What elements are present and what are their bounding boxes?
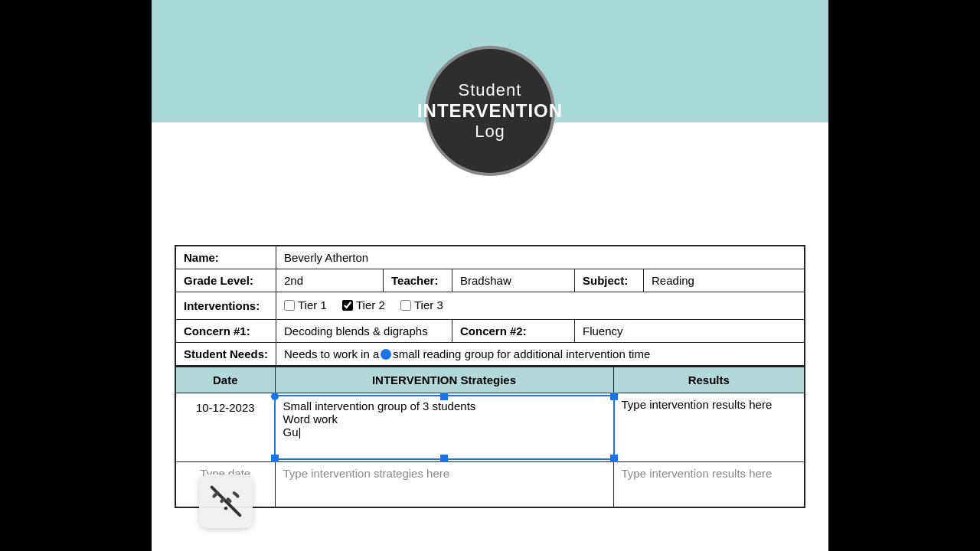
handle-tr [610, 393, 618, 400]
black-bar-left [0, 0, 152, 551]
log-row-1: 10-12-2023 Small intervention group of 3… [175, 393, 805, 461]
cursor-dot-inline [381, 349, 391, 360]
log-strategies-2[interactable]: Type intervention strategies here [275, 461, 613, 507]
no-wifi-svg [209, 484, 243, 518]
grade-teacher-row: Grade Level: 2nd Teacher: Bradshaw Subje… [175, 269, 805, 292]
col-strategies-header: INTERVENTION Strategies [275, 367, 613, 393]
grade-label: Grade Level: [175, 269, 276, 292]
log-row-2: Type date Type intervention strategies h… [175, 461, 805, 507]
log-table: Date INTERVENTION Strategies Results 10-… [175, 366, 805, 509]
tier1-checkbox-label[interactable]: Tier 1 [284, 298, 327, 311]
needs-value: Needs to work in asmall reading group fo… [276, 342, 805, 366]
black-bar-right [828, 0, 980, 551]
logo-title-student: Student [459, 80, 522, 100]
content-area: Name: Beverly Atherton Grade Level: 2nd … [152, 230, 828, 551]
interventions-row: Interventions: Tier 1 Tier 2 Tier 3 [175, 292, 805, 320]
grade-value: 2nd [276, 269, 384, 292]
name-row: Name: Beverly Atherton [175, 246, 805, 269]
tier2-checkbox[interactable] [342, 300, 353, 311]
concern2-value: Fluency [575, 319, 805, 342]
teacher-value: Bradshaw [452, 269, 575, 292]
tier2-checkbox-label[interactable]: Tier 2 [342, 298, 385, 311]
log-results-2[interactable]: Type intervention results here [613, 461, 805, 507]
no-wifi-icon [199, 474, 253, 528]
screen: Student INTERVENTION Log Name: Beverly A… [152, 0, 828, 551]
concern1-value: Decoding blends & digraphs [276, 319, 452, 342]
col-results-header: Results [613, 367, 805, 393]
log-results-2-placeholder: Type intervention results here [622, 467, 773, 480]
interventions-checkboxes: Tier 1 Tier 2 Tier 3 [276, 292, 805, 320]
handle-br [610, 455, 618, 462]
needs-row: Student Needs: Needs to work in asmall r… [175, 342, 805, 366]
name-label: Name: [175, 246, 276, 269]
svg-line-0 [212, 487, 240, 516]
tier2-label: Tier 2 [356, 298, 385, 311]
handle-bc [440, 455, 448, 462]
text-cursor [299, 425, 302, 439]
log-strategies-1[interactable]: Small intervention group of 3 students W… [275, 393, 613, 461]
concern2-label: Concern #2: [452, 319, 575, 342]
tier3-label: Tier 3 [414, 298, 443, 311]
concern-row: Concern #1: Decoding blends & digraphs C… [175, 319, 805, 342]
handle-tl [271, 393, 279, 400]
log-strategies-2-placeholder: Type intervention strategies here [283, 467, 450, 480]
logo-title-log: Log [475, 122, 505, 142]
subject-value: Reading [644, 269, 805, 292]
selection-border [274, 395, 615, 460]
concern1-label: Concern #1: [175, 319, 276, 342]
log-date-1: 10-12-2023 [175, 393, 275, 461]
handle-tc [440, 393, 448, 400]
interventions-label: Interventions: [175, 292, 276, 320]
subject-label: Subject: [575, 269, 644, 292]
tier1-checkbox[interactable] [284, 300, 295, 311]
tier3-checkbox-label[interactable]: Tier 3 [400, 298, 443, 311]
name-value: Beverly Atherton [276, 246, 805, 269]
log-results-1: Type intervention results here [613, 393, 805, 461]
log-table-header-row: Date INTERVENTION Strategies Results [175, 367, 805, 393]
tier1-label: Tier 1 [298, 298, 327, 311]
tier3-checkbox[interactable] [400, 300, 411, 311]
info-table: Name: Beverly Atherton Grade Level: 2nd … [175, 245, 805, 367]
col-date-header: Date [175, 367, 275, 393]
logo-title-intervention: INTERVENTION [417, 100, 563, 122]
logo-circle: Student INTERVENTION Log [425, 46, 555, 176]
teacher-label: Teacher: [384, 269, 452, 292]
needs-label: Student Needs: [175, 342, 276, 366]
svg-point-1 [224, 507, 227, 510]
handle-bl [271, 455, 279, 462]
